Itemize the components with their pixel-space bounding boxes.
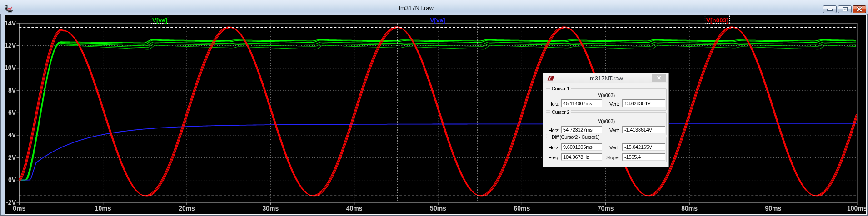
svg-text:40ms: 40ms xyxy=(346,205,363,212)
svg-text:0V: 0V xyxy=(8,176,16,183)
svg-text:0ms: 0ms xyxy=(13,205,25,212)
svg-text:V[va]: V[va] xyxy=(430,17,445,24)
svg-text:100ms: 100ms xyxy=(847,205,866,212)
svg-text:60ms: 60ms xyxy=(514,205,530,212)
svg-text:10V: 10V xyxy=(5,64,16,71)
svg-text:50ms: 50ms xyxy=(430,205,446,212)
svg-text:V[ve]: V[ve] xyxy=(152,17,167,24)
svg-text:2V: 2V xyxy=(8,154,16,161)
svg-text:4V: 4V xyxy=(8,131,16,138)
svg-text:90ms: 90ms xyxy=(765,205,781,212)
svg-text:12V: 12V xyxy=(5,42,16,49)
svg-text:70ms: 70ms xyxy=(598,205,614,212)
svg-text:10ms: 10ms xyxy=(95,205,111,212)
svg-text:30ms: 30ms xyxy=(262,205,279,212)
svg-text:6V: 6V xyxy=(8,109,16,116)
svg-text:80ms: 80ms xyxy=(681,205,698,212)
svg-text:14V: 14V xyxy=(5,20,16,27)
svg-text:20ms: 20ms xyxy=(179,205,195,212)
svg-text:V[n003]: V[n003] xyxy=(706,17,728,24)
svg-text:8V: 8V xyxy=(8,87,16,94)
